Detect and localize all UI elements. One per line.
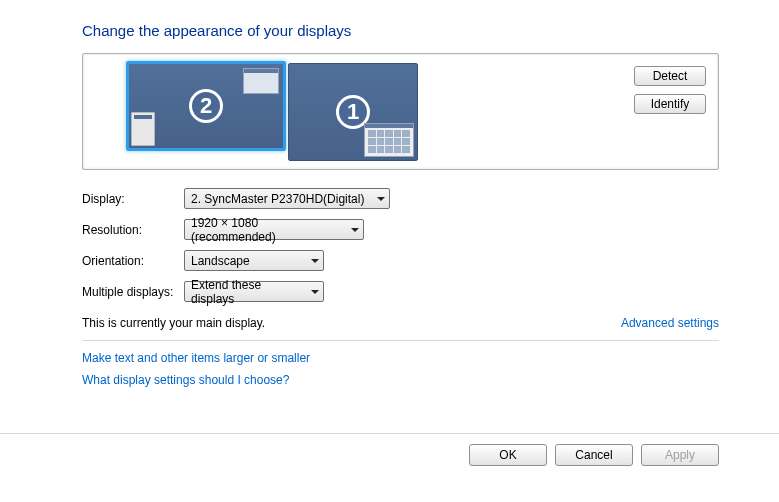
monitor-number: 2	[189, 89, 223, 123]
orientation-dropdown[interactable]: Landscape	[184, 250, 324, 271]
chevron-down-icon	[377, 197, 385, 201]
ok-button[interactable]: OK	[469, 444, 547, 466]
chevron-down-icon	[311, 290, 319, 294]
taskbar-icon	[131, 112, 155, 146]
identify-button[interactable]: Identify	[634, 94, 706, 114]
monitor-2[interactable]: 2	[126, 61, 286, 151]
display-preview[interactable]: 2 1 Detect Identify	[82, 53, 719, 170]
help-link[interactable]: What display settings should I choose?	[82, 373, 289, 387]
page-title: Change the appearance of your displays	[82, 22, 719, 39]
detect-button[interactable]: Detect	[634, 66, 706, 86]
resolution-dropdown[interactable]: 1920 × 1080 (recommended)	[184, 219, 364, 240]
display-value: 2. SyncMaster P2370HD(Digital)	[191, 192, 364, 206]
display-label: Display:	[82, 192, 184, 206]
window-icon	[243, 68, 279, 94]
cancel-button[interactable]: Cancel	[555, 444, 633, 466]
multiple-displays-label: Multiple displays:	[82, 285, 184, 299]
main-display-note: This is currently your main display.	[82, 316, 265, 330]
chevron-down-icon	[351, 228, 359, 232]
monitor-1[interactable]: 1	[288, 63, 418, 161]
orientation-value: Landscape	[191, 254, 250, 268]
dpi-link[interactable]: Make text and other items larger or smal…	[82, 351, 310, 365]
multiple-displays-value: Extend these displays	[191, 278, 305, 306]
dialog-footer: OK Cancel Apply	[0, 433, 779, 466]
advanced-settings-link[interactable]: Advanced settings	[621, 316, 719, 330]
divider	[82, 340, 719, 341]
multiple-displays-dropdown[interactable]: Extend these displays	[184, 281, 324, 302]
display-dropdown[interactable]: 2. SyncMaster P2370HD(Digital)	[184, 188, 390, 209]
orientation-label: Orientation:	[82, 254, 184, 268]
resolution-label: Resolution:	[82, 223, 184, 237]
resolution-value: 1920 × 1080 (recommended)	[191, 216, 345, 244]
apply-button: Apply	[641, 444, 719, 466]
window-grid-icon	[364, 123, 414, 157]
chevron-down-icon	[311, 259, 319, 263]
